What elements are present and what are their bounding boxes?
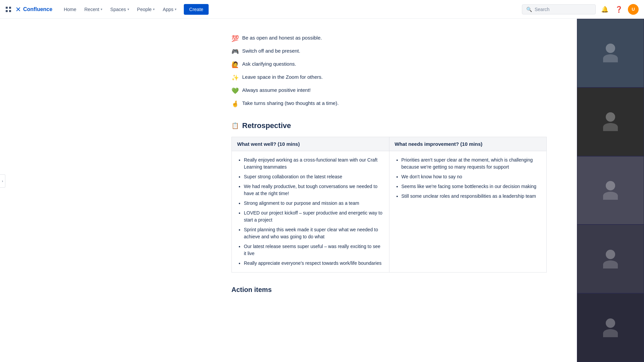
search-placeholder: Search — [535, 7, 549, 12]
video-tile-4 — [577, 225, 644, 293]
rule-text: Leave space in the Zoom for others. — [242, 73, 323, 81]
nav-items: Home Recent ▾ Spaces ▾ People ▾ Apps ▾ C… — [60, 4, 209, 15]
video-tile-1 — [577, 19, 644, 87]
col2-cell: Priorities aren't super clear at the mom… — [389, 151, 547, 273]
rule-text: Switch off and be present. — [242, 47, 300, 55]
col1-header: What went well? (10 mins) — [232, 137, 389, 151]
confluence-icon: ✕ — [15, 5, 21, 13]
user-avatar[interactable]: U — [628, 4, 639, 15]
rule-emoji: 💯 — [231, 34, 239, 43]
nav-recent[interactable]: Recent ▾ — [81, 5, 105, 14]
person-3 — [603, 181, 618, 200]
rule-text: Be as open and honest as possible. — [242, 34, 322, 42]
rule-item: 💚Always assume positive intent! — [231, 84, 547, 98]
col2-header: What needs improvement? (10 mins) — [389, 137, 547, 151]
col1-item: Really enjoyed working as a cross-functi… — [244, 155, 384, 172]
col2-item: Priorities aren't super clear at the mom… — [401, 155, 541, 172]
svg-rect-0 — [6, 7, 8, 9]
rule-item: ✨Leave space in the Zoom for others. — [231, 71, 547, 84]
rule-item: 💯Be as open and honest as possible. — [231, 32, 547, 45]
svg-rect-2 — [6, 10, 8, 12]
search-box[interactable]: 🔍 Search — [522, 4, 596, 14]
col1-cell: Really enjoyed working as a cross-functi… — [232, 151, 389, 273]
svg-rect-1 — [9, 7, 11, 9]
confluence-text: Confluence — [23, 6, 52, 12]
retro-emoji: 📋 — [231, 122, 239, 129]
retro-table: What went well? (10 mins) What needs imp… — [231, 137, 547, 273]
video-tile-2 — [577, 87, 644, 156]
main-content: 💯Be as open and honest as possible.🎮Swit… — [205, 19, 574, 307]
nav-home[interactable]: Home — [60, 5, 79, 14]
rule-text: Ask clarifying questions. — [242, 60, 296, 68]
person-1 — [603, 44, 618, 62]
col1-item: Super strong collaboration on the latest… — [244, 172, 384, 182]
spaces-chevron: ▾ — [127, 7, 129, 11]
confluence-logo[interactable]: ✕ Confluence — [15, 5, 52, 13]
rule-item: 🙋Ask clarifying questions. — [231, 58, 547, 71]
nav-spaces[interactable]: Spaces ▾ — [107, 5, 132, 14]
person-4 — [603, 250, 618, 268]
col2-item: Still some unclear roles and responsibil… — [401, 191, 541, 201]
col1-item: We had really productive, but tough conv… — [244, 182, 384, 198]
col2-item: We don't know how to say no — [401, 172, 541, 182]
col1-item: Strong alignment to our purpose and miss… — [244, 198, 384, 208]
navbar: ✕ Confluence Home Recent ▾ Spaces ▾ Peop… — [0, 0, 644, 19]
rule-item: 🤞Take turns sharing (two thoughts at a t… — [231, 98, 547, 111]
rule-emoji: 🙋 — [231, 60, 239, 69]
rule-emoji: 🎮 — [231, 47, 239, 56]
col1-item: LOVED our project kickoff – super produc… — [244, 208, 384, 225]
people-chevron: ▾ — [153, 7, 155, 11]
rule-emoji: 🤞 — [231, 100, 239, 109]
nav-apps[interactable]: Apps ▾ — [159, 5, 180, 14]
rule-text: Always assume positive intent! — [242, 86, 311, 94]
video-tile-3 — [577, 156, 644, 225]
create-button[interactable]: Create — [184, 4, 209, 15]
rule-item: 🎮Switch off and be present. — [231, 45, 547, 58]
nav-left: ✕ Confluence Home Recent ▾ Spaces ▾ Peop… — [5, 4, 209, 15]
rules-list: 💯Be as open and honest as possible.🎮Swit… — [231, 32, 547, 111]
nav-people[interactable]: People ▾ — [134, 5, 158, 14]
col1-item: Really appreciate everyone's respect tow… — [244, 258, 384, 268]
video-tile-5 — [577, 293, 644, 307]
nav-right: 🔍 Search 🔔 ❓ U — [522, 4, 639, 15]
col1-item: Sprint planning this week made it super … — [244, 225, 384, 242]
action-items-heading: Action items — [231, 286, 547, 294]
help-icon[interactable]: ❓ — [614, 4, 624, 14]
notifications-icon[interactable]: 🔔 — [600, 4, 610, 14]
col1-item: Our latest release seems super useful – … — [244, 242, 384, 258]
person-2 — [603, 112, 618, 131]
search-icon: 🔍 — [526, 7, 532, 12]
rule-text: Take turns sharing (two thoughts at a ti… — [242, 100, 339, 107]
retrospective-heading: 📋 Retrospective — [231, 121, 547, 130]
svg-rect-3 — [9, 10, 11, 12]
col2-item: Seems like we're facing some bottlenecks… — [401, 182, 541, 191]
sidebar-toggle[interactable]: › — [0, 174, 5, 188]
video-panel — [577, 19, 644, 307]
grid-icon[interactable] — [5, 6, 11, 12]
recent-chevron: ▾ — [101, 7, 102, 11]
apps-chevron: ▾ — [175, 7, 176, 11]
rule-emoji: ✨ — [231, 73, 239, 82]
rule-emoji: 💚 — [231, 86, 239, 96]
